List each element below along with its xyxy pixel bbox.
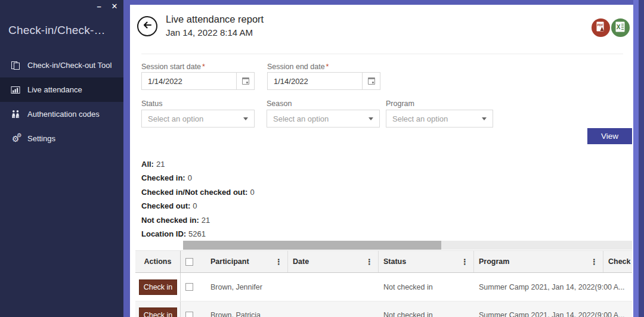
status-select[interactable]: Select an option bbox=[141, 110, 255, 128]
required-asterisk: * bbox=[202, 63, 205, 71]
row-checkbox-cell bbox=[181, 283, 206, 291]
status-cell: Not checked in bbox=[379, 311, 474, 317]
session-start-date-input[interactable] bbox=[142, 77, 236, 86]
row-checkbox[interactable] bbox=[185, 312, 193, 317]
participant-cell: Brown, Patricia bbox=[206, 311, 288, 317]
column-menu-icon[interactable]: ⋮ bbox=[461, 257, 469, 266]
session-start-date-field bbox=[141, 72, 255, 90]
view-button[interactable]: View bbox=[587, 128, 632, 144]
session-end-date-field bbox=[267, 72, 380, 90]
check-in-button[interactable]: Check in bbox=[139, 307, 177, 317]
column-header-actions: Actions bbox=[135, 251, 181, 272]
summary-checked-in-not-out: Checked in/Not checked out:0 bbox=[141, 188, 255, 197]
column-header-status[interactable]: Status⋮ bbox=[379, 251, 474, 272]
column-menu-icon[interactable]: ⋮ bbox=[275, 257, 283, 266]
column-header-checkbox bbox=[181, 251, 206, 272]
season-select-placeholder: Select an option bbox=[273, 114, 329, 123]
season-label: Season bbox=[267, 100, 292, 108]
program-select-placeholder: Select an option bbox=[392, 114, 448, 123]
table-row: Check in Brown, Jennifer Not checked in … bbox=[135, 273, 632, 301]
chevron-down-icon bbox=[482, 117, 487, 120]
scrollbar-track[interactable] bbox=[183, 241, 632, 250]
column-header-participant[interactable]: Participant⋮ bbox=[206, 251, 288, 272]
sidebar: – ✕ Check-in/Check-… Check-in/Check-out … bbox=[0, 0, 123, 317]
session-start-calendar-button[interactable] bbox=[236, 73, 254, 89]
app-window: – ✕ Check-in/Check-… Check-in/Check-out … bbox=[0, 0, 644, 317]
bar-chart-icon bbox=[10, 85, 21, 95]
program-cell: Summer Camp 2021, Jan 14, 2022(9:00 A... bbox=[474, 283, 632, 291]
chevron-down-icon bbox=[243, 117, 248, 120]
calendar-icon bbox=[242, 77, 249, 85]
table-row: Check in Brown, Patricia Not checked in … bbox=[135, 301, 632, 317]
status-label: Status bbox=[141, 100, 162, 108]
minimize-button[interactable]: – bbox=[94, 1, 104, 12]
session-end-date-label: Session end date* bbox=[267, 63, 329, 71]
close-button[interactable]: ✕ bbox=[109, 1, 120, 12]
table-horizontal-scrollbar bbox=[135, 240, 632, 250]
summary-checked-in: Checked in:0 bbox=[141, 173, 255, 182]
column-header-date[interactable]: Date⋮ bbox=[288, 251, 379, 272]
sidebar-title: Check-in/Check-… bbox=[8, 24, 106, 37]
sidebar-item-authentication-codes[interactable]: Authentication codes bbox=[0, 102, 123, 126]
status-cell: Not checked in bbox=[379, 283, 474, 291]
summary-all: All:21 bbox=[141, 160, 255, 169]
back-arrow-icon bbox=[141, 19, 153, 33]
gears-icon: ⚙⚙ bbox=[10, 133, 21, 144]
calendar-icon bbox=[368, 77, 375, 85]
svg-text:PDF: PDF bbox=[597, 23, 603, 26]
excel-icon: X bbox=[615, 21, 626, 35]
pdf-icon: PDF bbox=[596, 21, 606, 35]
window-frame-right bbox=[633, 0, 644, 317]
page-subtitle: Jan 14, 2022 8:14 AM bbox=[166, 27, 253, 38]
header-divider bbox=[141, 54, 623, 54]
page-title: Live attendance report bbox=[166, 14, 264, 25]
row-actions-cell: Check in bbox=[135, 273, 181, 301]
program-select[interactable]: Select an option bbox=[386, 110, 493, 128]
column-menu-icon[interactable]: ⋮ bbox=[366, 257, 373, 266]
status-select-placeholder: Select an option bbox=[148, 114, 203, 123]
session-end-calendar-button[interactable] bbox=[362, 73, 380, 89]
sidebar-item-live-attendance[interactable]: Live attendance bbox=[0, 77, 123, 102]
row-checkbox-cell bbox=[181, 312, 206, 317]
scrollbar-thumb[interactable] bbox=[183, 241, 441, 250]
window-controls: – ✕ bbox=[94, 1, 120, 12]
main-content: Live attendance report Jan 14, 2022 8:14… bbox=[130, 5, 633, 317]
sidebar-item-label: Settings bbox=[27, 134, 55, 143]
summary-location-id: Location ID:5261 bbox=[141, 229, 255, 238]
program-cell: Summer Camp 2021, Jan 14, 2022(9:00 A... bbox=[474, 311, 632, 317]
export-pdf-button[interactable]: PDF bbox=[592, 18, 610, 37]
attendance-table: Actions Participant⋮ Date⋮ Status⋮ Progr… bbox=[135, 240, 632, 317]
session-end-date-input[interactable] bbox=[268, 77, 362, 86]
sidebar-item-label: Authentication codes bbox=[27, 110, 100, 119]
sidebar-nav: Check-in/Check-out Tool Live attendance bbox=[0, 53, 123, 151]
sidebar-item-label: Live attendance bbox=[27, 85, 82, 94]
column-menu-icon[interactable]: ⋮ bbox=[590, 257, 598, 266]
required-asterisk: * bbox=[326, 63, 329, 71]
row-checkbox[interactable] bbox=[185, 283, 193, 291]
chevron-down-icon bbox=[369, 117, 373, 120]
column-header-program[interactable]: Program⋮ bbox=[474, 251, 603, 272]
people-icon bbox=[10, 109, 21, 119]
program-label: Program bbox=[386, 100, 414, 108]
check-in-button[interactable]: Check in bbox=[139, 279, 177, 295]
export-excel-button[interactable]: X bbox=[611, 18, 630, 37]
copy-pages-icon bbox=[10, 60, 21, 70]
sidebar-item-checkin-checkout-tool[interactable]: Check-in/Check-out Tool bbox=[0, 53, 123, 77]
season-select[interactable]: Select an option bbox=[267, 110, 380, 128]
session-start-date-label: Session start date* bbox=[141, 63, 205, 71]
summary-not-checked-in: Not checked in:21 bbox=[141, 216, 255, 225]
row-actions-cell: Check in bbox=[135, 302, 181, 317]
column-header-checkin[interactable]: Check in bbox=[603, 251, 632, 272]
summary-checked-out: Checked out:0 bbox=[141, 201, 255, 210]
participant-cell: Brown, Jennifer bbox=[206, 283, 288, 291]
select-all-checkbox[interactable] bbox=[185, 258, 193, 266]
svg-text:X: X bbox=[617, 24, 621, 30]
table-header-row: Actions Participant⋮ Date⋮ Status⋮ Progr… bbox=[135, 250, 632, 273]
sidebar-item-label: Check-in/Check-out Tool bbox=[27, 61, 112, 70]
back-button[interactable] bbox=[137, 16, 157, 36]
attendance-summary: All:21 Checked in:0 Checked in/Not check… bbox=[141, 160, 255, 243]
sidebar-item-settings[interactable]: ⚙⚙ Settings bbox=[0, 126, 123, 151]
